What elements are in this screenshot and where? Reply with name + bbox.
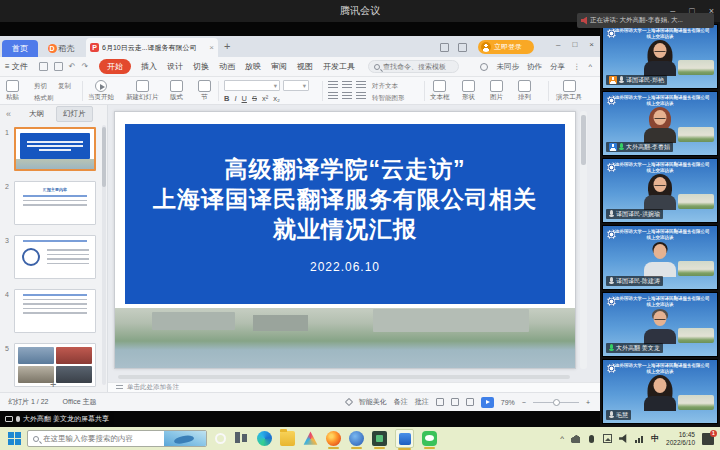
redo-icon[interactable]: ↷ xyxy=(81,62,88,71)
tab-docer[interactable]: D 稻壳 xyxy=(42,40,80,57)
horizontal-scrollbar[interactable] xyxy=(118,375,570,379)
play-from-current-button[interactable]: 当页开始 xyxy=(88,80,114,102)
participant-video-1[interactable]: 大连外国语大学—上海译国译民翻译服务有限公司线上交流访谈 译国译民-郑艳 xyxy=(602,24,718,89)
notes-bar[interactable]: 单击此处添加备注 xyxy=(108,382,600,392)
tab-close-icon[interactable]: × xyxy=(209,43,214,52)
underline-button[interactable]: U xyxy=(242,94,247,103)
collab-label[interactable]: 协作 xyxy=(527,62,542,72)
tab-devtools[interactable]: 开发工具 xyxy=(323,61,355,72)
notification-center-icon[interactable]: 1 xyxy=(702,433,714,445)
tray-mic-icon[interactable] xyxy=(589,435,594,443)
slide-thumb-2[interactable]: 2 汇报主要内容 xyxy=(0,181,108,225)
tab-insert[interactable]: 插入 xyxy=(141,61,157,72)
shape-button[interactable]: 形状 xyxy=(462,80,475,102)
workspace-icon[interactable] xyxy=(458,43,467,52)
sync-label[interactable]: 未同步 xyxy=(496,62,519,72)
ime-indicator[interactable]: 中 xyxy=(651,433,659,444)
tab-transition[interactable]: 切换 xyxy=(193,61,209,72)
participant-video-3[interactable]: 大连外国语大学—上海译国译民翻译服务有限公司线上交流访谈 译国译民-洪婉瑜 xyxy=(602,158,718,223)
participant-video-5[interactable]: 大连外国语大学—上海译国译民翻译服务有限公司线上交流访谈 大外高翻 姜文龙 xyxy=(602,292,718,357)
participant-video-4[interactable]: 大连外国语大学—上海译国译民翻译服务有限公司线上交流访谈 译国译民-陈建涛 xyxy=(602,225,718,290)
font-size-select[interactable]: ▾ xyxy=(283,80,309,91)
print-icon[interactable] xyxy=(54,62,63,71)
tab-document[interactable]: P 6月10日云走...译服务有限公司 × xyxy=(86,38,218,57)
thumb-4-preview[interactable] xyxy=(14,289,96,333)
taskbar-search[interactable] xyxy=(27,430,207,447)
slide-title-box[interactable]: 高级翻译学院“云走访” 上海译国译民翻译服务有限公司相关 就业情况汇报 2022… xyxy=(125,124,565,304)
comments-toggle[interactable]: 批注 xyxy=(415,397,429,407)
zoom-level[interactable]: 79% xyxy=(501,399,515,406)
align-center-icon[interactable] xyxy=(342,92,352,100)
app-dark-icon[interactable] xyxy=(372,431,387,446)
app-triangle-icon[interactable] xyxy=(303,431,318,446)
wps-minimize-icon[interactable]: – xyxy=(556,40,560,49)
volume-icon[interactable] xyxy=(619,434,628,443)
command-search[interactable] xyxy=(368,60,459,73)
copy-button[interactable]: 复制 xyxy=(58,82,71,91)
tab-review[interactable]: 审阅 xyxy=(271,61,287,72)
present-tools-button[interactable]: 演示工具 xyxy=(556,80,582,102)
task-view-icon[interactable] xyxy=(234,431,249,446)
textbox-button[interactable]: 文本框 xyxy=(430,80,450,102)
firefox-icon[interactable] xyxy=(326,431,341,446)
taskbar-search-input[interactable] xyxy=(43,434,148,443)
italic-button[interactable]: I xyxy=(234,94,236,103)
cortana-icon[interactable] xyxy=(215,433,226,444)
app-blue-icon[interactable] xyxy=(349,431,364,446)
tab-outline[interactable]: 大纲 xyxy=(23,107,50,121)
layout-switch-icon[interactable] xyxy=(440,43,449,52)
bold-button[interactable]: B xyxy=(224,94,229,103)
layout-button[interactable]: 版式 xyxy=(170,80,183,102)
beautify-icon[interactable] xyxy=(345,398,353,406)
tab-start[interactable]: 开始 xyxy=(99,59,131,74)
slideshow-play-button[interactable] xyxy=(481,397,494,408)
tray-expand-icon[interactable]: ^ xyxy=(560,434,564,443)
tab-animation[interactable]: 动画 xyxy=(219,61,235,72)
reading-view-icon[interactable] xyxy=(466,398,474,406)
bullet-list-icon[interactable] xyxy=(328,81,338,89)
beautify-label[interactable]: 智能美化 xyxy=(359,397,387,407)
zoom-in-button[interactable]: + xyxy=(586,399,590,406)
command-search-input[interactable] xyxy=(383,63,453,70)
normal-view-icon[interactable] xyxy=(436,398,444,406)
slide-thumb-1[interactable]: 1 xyxy=(0,127,108,171)
wechat-icon[interactable] xyxy=(422,431,437,446)
slide-thumb-3[interactable]: 3 xyxy=(0,235,108,279)
add-slide-button[interactable]: + xyxy=(50,378,56,390)
sorter-view-icon[interactable] xyxy=(451,398,459,406)
undo-icon[interactable]: ↶ xyxy=(69,62,76,71)
subscript-button[interactable]: x₂ xyxy=(273,94,280,103)
participant-video-6[interactable]: 大连外国语大学—上海译国译民翻译服务有限公司线上交流访谈 毛慧 xyxy=(602,359,718,424)
cloud-icon[interactable] xyxy=(571,434,580,443)
start-button[interactable] xyxy=(8,432,21,445)
collapse-ribbon-icon[interactable]: ^ xyxy=(588,62,592,71)
thumb-1-preview[interactable] xyxy=(14,127,96,171)
tray-image-icon[interactable] xyxy=(603,434,612,443)
save-icon[interactable] xyxy=(39,62,48,71)
indent-icon[interactable] xyxy=(356,81,366,89)
collapse-panel-icon[interactable]: « xyxy=(6,109,11,119)
network-icon[interactable] xyxy=(635,434,644,443)
notes-toggle[interactable]: 备注 xyxy=(394,397,408,407)
zoom-out-button[interactable]: − xyxy=(522,399,526,406)
section-button[interactable]: 节 xyxy=(198,80,211,102)
meeting-app-icon[interactable] xyxy=(395,429,414,448)
edge-icon[interactable] xyxy=(257,431,272,446)
align-left-icon[interactable] xyxy=(328,92,338,100)
new-tab-button[interactable]: + xyxy=(224,40,230,52)
smart-graphic-button[interactable]: 转智能图形 xyxy=(372,94,405,103)
format-painter-button[interactable]: 格式刷 xyxy=(34,94,54,103)
new-slide-button[interactable]: 新建幻灯片 xyxy=(126,80,159,102)
thumb-2-preview[interactable]: 汇报主要内容 xyxy=(14,181,96,225)
wps-close-icon[interactable]: × xyxy=(589,40,594,49)
panel-scrollbar[interactable] xyxy=(102,125,106,385)
tab-slideshow[interactable]: 放映 xyxy=(245,61,261,72)
arrange-button[interactable]: 排列 xyxy=(518,80,531,102)
font-name-select[interactable]: ▾ xyxy=(224,80,280,91)
vertical-scrollbar[interactable] xyxy=(580,111,587,369)
tab-design[interactable]: 设计 xyxy=(167,61,183,72)
slide-canvas[interactable]: 高级翻译学院“云走访” 上海译国译民翻译服务有限公司相关 就业情况汇报 2022… xyxy=(114,111,576,369)
strike-button[interactable]: S xyxy=(252,94,257,103)
login-button[interactable]: 立即登录 xyxy=(478,40,534,54)
tab-view[interactable]: 视图 xyxy=(297,61,313,72)
